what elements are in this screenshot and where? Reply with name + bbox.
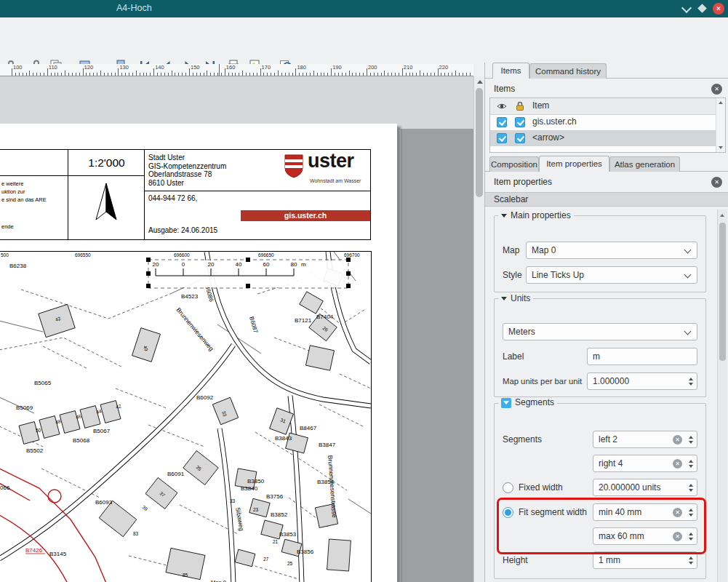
ruler-tick xyxy=(349,71,350,76)
composer-canvas[interactable]: e weitere uktion zur e sind an das ARE e… xyxy=(0,76,473,582)
ruler-tick xyxy=(342,73,343,76)
spin-arrows[interactable] xyxy=(684,479,697,495)
ruler-tick xyxy=(79,73,80,76)
maximize-icon[interactable] xyxy=(697,4,707,13)
visibility-checkbox[interactable] xyxy=(497,117,507,127)
map-item[interactable]: 500696550696600696650696700 B6238B4523B6… xyxy=(0,251,372,582)
fixed-width-spin[interactable]: 20.000000 units xyxy=(593,479,697,496)
segments-left-spin[interactable]: left 2 xyxy=(593,431,697,448)
fixed-width-radio[interactable] xyxy=(503,482,513,493)
tab-item-properties[interactable]: Item properties xyxy=(539,156,609,172)
scrollbar-thumb[interactable] xyxy=(476,88,483,197)
collapse-triangle-icon[interactable] xyxy=(501,297,507,300)
units-title[interactable]: Units xyxy=(498,293,533,304)
ruler-tick xyxy=(327,73,328,76)
clear-value-icon[interactable] xyxy=(673,435,682,445)
ruler-tick xyxy=(214,73,215,76)
items-table-row[interactable]: <arrow> xyxy=(490,130,716,146)
ruler-tick xyxy=(115,73,116,76)
ruler-tick xyxy=(100,71,101,76)
items-table-row[interactable]: gis.uster.ch xyxy=(490,114,716,130)
ruler-tick xyxy=(157,73,158,76)
tab-atlas-generation[interactable]: Atlas generation xyxy=(609,156,680,172)
ruler-tick xyxy=(438,68,439,76)
segments-title[interactable]: Segments xyxy=(498,397,557,408)
main-properties-title[interactable]: Main properties xyxy=(498,210,574,221)
grid-coordinate-label: 696650 xyxy=(258,252,274,258)
ruler-tick xyxy=(363,73,364,76)
ruler-tick xyxy=(384,71,385,76)
ruler-tick xyxy=(182,73,183,76)
close-window-button[interactable]: ✕ xyxy=(713,3,724,15)
scroll-down-icon[interactable] xyxy=(719,146,723,149)
spin-arrows[interactable] xyxy=(684,373,697,389)
map-combo[interactable]: Map 0 xyxy=(526,242,697,259)
map-units-per-bar-unit-spin[interactable]: 1.000000 xyxy=(587,372,697,390)
ruler-tick xyxy=(324,73,324,76)
ruler-tick xyxy=(423,73,424,76)
margin-note: e sind an das ARE xyxy=(1,196,47,203)
ruler-tick xyxy=(402,68,403,76)
close-properties-dock-button[interactable]: ✕ xyxy=(711,177,722,188)
lock-icon xyxy=(515,100,525,111)
segments-right-spin[interactable]: right 4 xyxy=(593,455,697,472)
ruler-tick xyxy=(221,73,222,76)
ruler-number: 180 xyxy=(297,64,306,71)
ruler-tick xyxy=(136,71,137,76)
map-label: B5068 xyxy=(73,437,90,444)
ruler-tick xyxy=(51,73,52,76)
properties-scrollbar[interactable] xyxy=(717,210,727,582)
lock-checkbox[interactable] xyxy=(515,117,525,127)
uster-logo-text: uster xyxy=(308,150,354,172)
clear-value-icon[interactable] xyxy=(673,459,682,469)
scalebar-item[interactable]: 20020406080m xyxy=(146,258,351,288)
collapse-triangle-icon[interactable] xyxy=(501,214,507,218)
margin-note: uktion zur xyxy=(1,188,25,195)
ruler-tick xyxy=(200,73,201,76)
spin-arrows[interactable] xyxy=(684,552,697,568)
ruler-tick xyxy=(12,68,12,76)
tab-composition[interactable]: Composition xyxy=(489,156,539,172)
scalebar-number: 80 xyxy=(291,261,297,268)
style-combo[interactable]: Line Ticks Up xyxy=(526,266,697,284)
scroll-up-icon[interactable] xyxy=(719,101,723,104)
items-table[interactable]: Item gis.uster.ch<arrow> xyxy=(489,97,726,153)
ruler-tick xyxy=(466,73,467,76)
ruler-tick xyxy=(455,71,456,76)
shade-window-icon[interactable] xyxy=(681,3,692,13)
map-label: B3756 xyxy=(266,493,284,500)
ruler-tick xyxy=(289,73,289,76)
map-label: B5502 xyxy=(26,447,44,454)
spin-arrows[interactable] xyxy=(684,455,697,471)
scroll-up-icon[interactable] xyxy=(720,214,724,217)
scrollbar-thumb[interactable] xyxy=(719,223,726,361)
scroll-up-icon[interactable] xyxy=(477,80,483,84)
close-items-dock-button[interactable]: ✕ xyxy=(711,84,722,95)
ruler-tick xyxy=(434,73,435,76)
grid-coordinate-label: 696700 xyxy=(344,252,360,258)
unit-label-input[interactable]: m xyxy=(587,348,697,365)
ruler-tick xyxy=(335,73,335,76)
map-label: B6091 xyxy=(167,471,185,477)
visibility-checkbox[interactable] xyxy=(497,133,507,143)
ruler-tick xyxy=(306,73,307,76)
collapse-triangle-icon[interactable] xyxy=(501,398,511,408)
ruler-tick xyxy=(217,73,218,76)
ruler-tick xyxy=(140,73,140,76)
tab-command-history[interactable]: Command history xyxy=(529,63,607,79)
ruler-tick xyxy=(207,71,207,76)
spin-arrows[interactable] xyxy=(684,431,697,447)
tab-items[interactable]: Items xyxy=(492,63,529,79)
ruler-tick xyxy=(285,73,286,76)
ruler-tick xyxy=(225,68,225,76)
composer-page[interactable]: e weitere uktion zur e sind an das ARE e… xyxy=(0,124,397,582)
annotation-highlight-rectangle xyxy=(497,498,706,554)
map-title-block[interactable]: e weitere uktion zur e sind an das ARE e… xyxy=(0,149,371,240)
canvas-vertical-scrollbar[interactable] xyxy=(473,76,484,582)
ruler-tick xyxy=(448,73,449,76)
items-table-scrollbar[interactable] xyxy=(716,98,725,152)
ruler-tick xyxy=(23,73,23,76)
map-grid-labels: 500696550696600696650696700 xyxy=(1,252,360,258)
units-combo[interactable]: Meters xyxy=(503,323,697,340)
lock-checkbox[interactable] xyxy=(515,133,525,143)
